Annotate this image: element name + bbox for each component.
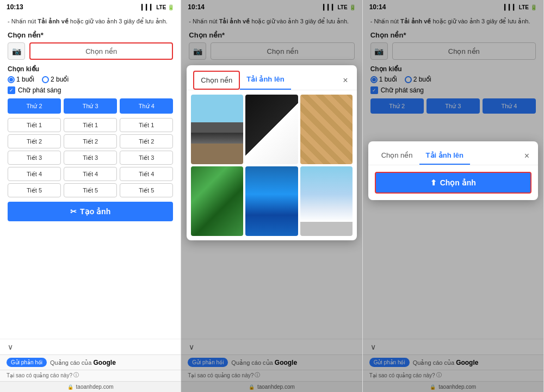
tiet-5-1[interactable]: Tiết 5 <box>8 183 61 197</box>
thu2-btn-1[interactable]: Thứ 2 <box>8 98 61 114</box>
phone-panel-2: 10:14 ▎▎▎ LTE 🔋 - Nhấn nút Tải ảnh về ho… <box>181 0 362 392</box>
content-1: - Nhấn nút Tải ảnh về hoặc giữ vào ảnh 3… <box>0 13 181 339</box>
tiet-2-3[interactable]: Tiết 2 <box>120 134 173 148</box>
radio-1-buoi-1[interactable]: 1 buổi <box>8 76 34 83</box>
radio-circle-1 <box>8 76 15 83</box>
status-time-1: 10:13 <box>7 3 23 11</box>
tiet-5-2[interactable]: Tiết 5 <box>64 183 117 197</box>
phone-panel-3: 10:14 ▎▎▎ LTE 🔋 - Nhấn nút Tải ảnh về ho… <box>363 0 544 392</box>
modal-tab-chon-nen-3[interactable]: Chọn nền <box>375 147 419 165</box>
modal-header-3: Chọn nền Tải ảnh lên × <box>368 141 538 165</box>
image-cell-stripes[interactable] <box>300 95 353 164</box>
modal-header-2: Chọn nền Tải ảnh lên × <box>187 65 356 90</box>
modal-close-2[interactable]: × <box>341 73 350 88</box>
tiet-3-2[interactable]: Tiết 3 <box>64 151 117 165</box>
lte-label-1: LTE <box>156 4 166 10</box>
battery-icon-1: 🔋 <box>168 4 174 10</box>
image-cell-dolphin[interactable] <box>245 166 298 236</box>
upload-content-3: ⬆ Chọn ảnh <box>368 165 538 200</box>
tiet-grid-1: Tiết 1 Tiết 2 Tiết 3 Tiết 4 Tiết 5 Tiết … <box>8 118 173 197</box>
ad-why-1[interactable]: Tại sao có quảng cáo này? ⓘ <box>7 371 79 379</box>
signal-icon-1: ▎▎▎ <box>141 4 154 10</box>
image-cell-shoes[interactable] <box>245 95 298 164</box>
image-cell-monument[interactable] <box>191 95 243 164</box>
modal-overlay-2: Chọn nền Tải ảnh lên × <box>181 0 362 392</box>
tiet-col-1-3: Tiết 1 Tiết 2 Tiết 3 Tiết 4 Tiết 5 <box>120 118 173 197</box>
tiet-3-3[interactable]: Tiết 3 <box>120 151 173 165</box>
tiet-4-3[interactable]: Tiết 4 <box>120 167 173 181</box>
modal-close-3[interactable]: × <box>522 149 531 163</box>
modal-tabs-3: Chọn nền Tải ảnh lên <box>375 147 470 165</box>
modal-tab-tai-anh-2[interactable]: Tải ảnh lên <box>240 71 290 90</box>
ad-text-1: Quảng cáo của Google <box>50 359 116 366</box>
modal-tab-tai-anh-3[interactable]: Tải ảnh lên <box>419 147 470 165</box>
camera-btn-1[interactable]: 📷 <box>8 42 25 60</box>
tiet-3-1[interactable]: Tiết 3 <box>8 151 61 165</box>
thu4-btn-1[interactable]: Thứ 4 <box>120 98 173 114</box>
checkbox-label-1: Chữ phát sáng <box>18 86 61 94</box>
modal-box-3: Chọn nền Tải ảnh lên × ⬆ Chọn ảnh <box>368 141 538 200</box>
tiet-1-2[interactable]: Tiết 1 <box>64 118 117 132</box>
day-buttons-1: Thứ 2 Thứ 3 Thứ 4 <box>8 98 173 114</box>
phone-panel-1: 10:13 ▎▎▎ LTE 🔋 - Nhấn nút Tải ảnh về ho… <box>0 0 181 392</box>
tiet-2-1[interactable]: Tiết 2 <box>8 134 61 148</box>
chon-nen-btn-1[interactable]: Chọn nền <box>29 42 173 60</box>
chon-nen-label-1: Chọn nền* <box>8 31 173 39</box>
lock-icon-1: 🔒 <box>67 384 73 390</box>
feedback-btn-1[interactable]: Gửi phản hồi <box>7 358 47 367</box>
tiet-4-1[interactable]: Tiết 4 <box>8 167 61 181</box>
radio-2-label-1: 2 buổi <box>51 76 69 83</box>
modal-box-2: Chọn nền Tải ảnh lên × <box>187 65 356 240</box>
tiet-col-1-1: Tiết 1 Tiết 2 Tiết 3 Tiết 4 Tiết 5 <box>8 118 61 197</box>
instruction-1: - Nhấn nút Tải ảnh về hoặc giữ vào ảnh 3… <box>8 17 173 26</box>
chon-nen-row-1: 📷 Chọn nền <box>8 42 173 60</box>
modal-tabs-2: Chọn nền Tải ảnh lên <box>193 71 290 90</box>
modal-overlay-3: Chọn nền Tải ảnh lên × ⬆ Chọn ảnh <box>363 0 543 392</box>
tiet-4-2[interactable]: Tiết 4 <box>64 167 117 181</box>
image-cell-leaves[interactable] <box>191 166 243 236</box>
tiet-col-1-2: Tiết 1 Tiết 2 Tiết 3 Tiết 4 Tiết 5 <box>64 118 117 197</box>
tiet-1-3[interactable]: Tiết 1 <box>120 118 173 132</box>
chon-anh-btn-3[interactable]: ⬆ Chọn ảnh <box>375 172 531 194</box>
tao-anh-btn-1[interactable]: ✂ Tạo ảnh <box>8 202 173 221</box>
radio-1-label-1: 1 buổi <box>16 76 34 83</box>
status-bar-1: 10:13 ▎▎▎ LTE 🔋 <box>0 0 181 13</box>
image-grid-2 <box>187 90 356 240</box>
upload-icon-3: ⬆ <box>430 178 437 187</box>
chon-kieu-label-1: Chọn kiểu <box>8 65 173 73</box>
thu3-btn-1[interactable]: Thứ 3 <box>64 98 117 114</box>
image-cell-plane[interactable] <box>300 166 353 236</box>
radio-row-1: 1 buổi 2 buổi <box>8 76 173 83</box>
status-icons-1: ▎▎▎ LTE 🔋 <box>141 4 174 10</box>
tiet-1-1[interactable]: Tiết 1 <box>8 118 61 132</box>
checkbox-row-1[interactable]: ✓ Chữ phát sáng <box>8 86 173 94</box>
bottom-nav-1: ∨ <box>0 339 181 354</box>
modal-tab-chon-nen-2[interactable]: Chọn nền <box>193 71 240 90</box>
radio-2-buoi-1[interactable]: 2 buổi <box>42 76 69 83</box>
chevron-down-icon-1[interactable]: ∨ <box>8 343 13 351</box>
ad-bar-1: Gửi phản hồi Quảng cáo của Google <box>0 354 181 370</box>
checkbox-1: ✓ <box>8 86 15 94</box>
scissors-icon-1: ✂ <box>70 207 77 216</box>
url-bar-1: 🔒 taoanhdep.com <box>0 381 181 392</box>
ad-why-bar-1: Tại sao có quảng cáo này? ⓘ <box>0 370 181 381</box>
tiet-2-2[interactable]: Tiết 2 <box>64 134 117 148</box>
radio-circle-2 <box>42 76 49 83</box>
info-icon-1: ⓘ <box>73 371 79 379</box>
tiet-5-3[interactable]: Tiết 5 <box>120 183 173 197</box>
